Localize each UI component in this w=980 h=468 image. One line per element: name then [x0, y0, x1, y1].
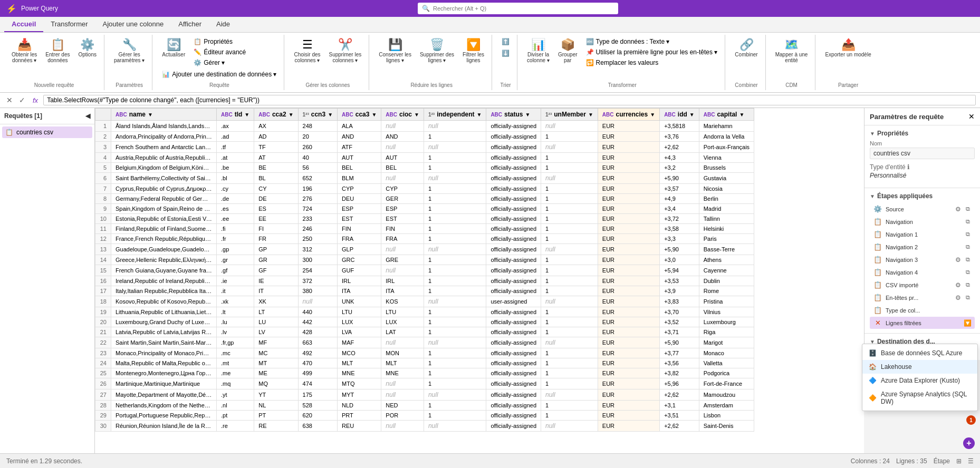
table-row[interactable]: 17Italy,Italian Republic,Repubblica Ital… — [95, 286, 754, 296]
context-menu-synapse[interactable]: 🔶 Azure Synapse Analytics (SQL DW) — [862, 387, 977, 408]
btn-remplacer-valeurs[interactable]: 🔁 Remplacer les valeurs — [583, 58, 721, 67]
btn-gerer[interactable]: ⚙️ Gérer ▾ — [190, 58, 249, 67]
table-row[interactable]: 1Åland Islands,Åland Islands,Landskapet … — [95, 121, 754, 132]
queries-collapse-btn[interactable]: ◀ — [85, 112, 90, 120]
table-row[interactable]: 27Mayotte,Department of Mayotte,Départem… — [95, 389, 754, 401]
filter-icon-cioc[interactable]: ▼ — [414, 112, 419, 118]
tab-aide[interactable]: Aide — [209, 17, 237, 32]
col-header-cca3[interactable]: ABC cca3 ▼ — [338, 109, 381, 121]
btn-obtenir-donnees[interactable]: 📥 Obtenir lesdonnées ▾ — [8, 37, 40, 65]
btn-filtrer-lignes[interactable]: 🔽 Filtrer leslignes — [459, 37, 487, 65]
step-csv-expand[interactable]: ⧉ — [964, 281, 972, 289]
btn-supprimer-colonnes[interactable]: ✂️ Supprimer lescolonnes ▾ — [326, 37, 365, 65]
col-header-unmember[interactable]: 1²³ unMember ▼ — [541, 109, 598, 121]
right-panel-close-icon[interactable]: ✕ — [968, 112, 975, 121]
btn-mapper-entite[interactable]: 🗺️ Mapper à uneentité — [772, 37, 811, 65]
btn-premiere-ligne-entetes[interactable]: 📌 Utiliser la première ligne pour les en… — [583, 47, 721, 57]
table-row[interactable]: 30Réunion,Réunion Island,Île de la Réuni… — [95, 421, 754, 432]
prop-name-input[interactable] — [870, 148, 975, 159]
step-navigation-expand[interactable]: ⧉ — [964, 218, 972, 226]
filter-icon-currencies[interactable]: ▼ — [650, 112, 655, 118]
table-row[interactable]: 6Saint Barthélemy,Collectivity of Saint … — [95, 173, 754, 184]
context-menu-kusto[interactable]: 🔷 Azure Data Explorer (Kusto) — [862, 374, 977, 387]
table-row[interactable]: 9Spain,Kingdom of Spain,Reino de España,… — [95, 204, 754, 214]
context-menu-lakehouse[interactable]: 🏠 Lakehouse — [862, 360, 977, 374]
search-input[interactable] — [433, 5, 614, 12]
step-entetes-settings[interactable]: ⚙ — [955, 294, 961, 301]
btn-grouper-par[interactable]: 📦 Grouperpar — [555, 37, 581, 65]
table-row[interactable]: 22Saint Martin,Saint Martin,Saint-Martin… — [95, 337, 754, 348]
table-row[interactable]: 21Latvia,Republic of Latvia,Latvijas Rep… — [95, 327, 754, 337]
col-header-currencies[interactable]: ABC currencies ▼ — [598, 109, 659, 121]
step-navigation[interactable]: 📋 Navigation ⧉ — [870, 216, 975, 228]
step-navigation-3[interactable]: 📋 Navigation 3 ⚙ ⧉ — [870, 253, 975, 266]
step-lignes-delete[interactable]: 🔽 — [964, 319, 972, 327]
applied-steps-header[interactable]: ▼ Étapes appliquées — [870, 192, 975, 200]
table-row[interactable]: 13Guadeloupe,Guadeloupe,Guadeloupe,Guade… — [95, 244, 754, 255]
formula-input[interactable] — [43, 95, 976, 105]
step-lignes-filtrees[interactable]: ✕ Lignes filtrées 🔽 — [870, 317, 975, 329]
btn-exporter-modele[interactable]: 📤 Exporter un modèle — [822, 37, 874, 60]
filter-icon-ccn3[interactable]: ▼ — [328, 112, 333, 118]
btn-gerer-parametres[interactable]: 🔧 Gérer lesparamètres ▾ — [111, 37, 148, 65]
table-row[interactable]: 2Andorra,Principality of Andorra,Princip… — [95, 132, 754, 142]
tab-transformer[interactable]: Transformer — [43, 17, 95, 32]
table-row[interactable]: 18Kosovo,Republic of Kosovo,Republika e … — [95, 296, 754, 307]
step-navigation-2[interactable]: 📋 Navigation 2 ⧉ — [870, 241, 975, 253]
properties-header[interactable]: ▼ Propriétés — [870, 130, 975, 137]
btn-ajouter-destination[interactable]: 📊 Ajouter une destination de données ▾ — [159, 70, 280, 79]
table-row[interactable]: 12France,French Republic,République fran… — [95, 234, 754, 244]
table-row[interactable]: 5Belgium,Kingdom of Belgium,Königreich B… — [95, 163, 754, 173]
col-header-name[interactable]: ABC name ▼ — [111, 109, 217, 121]
btn-trier-croissant[interactable]: ⬆️ — [498, 37, 513, 46]
filter-icon-independent[interactable]: ▼ — [476, 112, 482, 118]
step-navigation-1[interactable]: 📋 Navigation 1 ⧉ — [870, 228, 975, 240]
step-csv-settings[interactable]: ⚙ — [955, 281, 961, 289]
col-header-cca2[interactable]: ABC cca2 ▼ — [254, 109, 298, 121]
filter-icon-idd[interactable]: ▼ — [689, 112, 695, 118]
btn-editeur-avance[interactable]: ✏️ Éditeur avancé — [190, 47, 249, 57]
col-header-independent[interactable]: 1²³ independent ▼ — [424, 109, 486, 121]
btn-proprietes[interactable]: 📋 Propriétés — [190, 37, 249, 46]
table-row[interactable]: 19Lithuania,Republic of Lithuania,Lietuv… — [95, 307, 754, 317]
btn-actualiser[interactable]: 🔄 Actualiser — [159, 37, 188, 60]
table-row[interactable]: 11Finland,Republic of Finland,Suomen tas… — [95, 224, 754, 234]
table-row[interactable]: 10Estonia,Republic of Estonia,Eesti Vaba… — [95, 214, 754, 224]
context-menu-sql-azure[interactable]: 🗄️ Base de données SQL Azure — [862, 346, 977, 360]
step-source-expand[interactable]: ⧉ — [964, 205, 972, 213]
filter-icon-capital[interactable]: ▼ — [739, 112, 744, 118]
table-row[interactable]: 25Montenegro,Montenegro,Црна Гора,Crna G… — [95, 368, 754, 378]
add-step-button[interactable]: + — [963, 437, 975, 449]
formula-close-btn[interactable]: ✕ — [4, 95, 15, 105]
table-row[interactable]: 7Cyprus,Republic of Cyprus,Δημοκρατία τη… — [95, 184, 754, 194]
formula-confirm-btn[interactable]: ✓ — [17, 95, 27, 105]
btn-options[interactable]: ⚙️ Options — [75, 37, 100, 60]
table-row[interactable]: 14Greece,Hellenic Republic,Ελληνική Δημο… — [95, 255, 754, 265]
btn-choisir-colonnes[interactable]: ☰ Choisir descolonnes ▾ — [291, 37, 323, 65]
table-row[interactable]: 15French Guiana,Guyane,Guyane française.… — [95, 265, 754, 276]
filter-icon-cca3[interactable]: ▼ — [371, 112, 377, 118]
table-row[interactable]: 26Martinique,Martinique,Martinique.mqMQ4… — [95, 378, 754, 389]
step-nav1-expand[interactable]: ⧉ — [964, 230, 972, 238]
col-header-idd[interactable]: ABC idd ▼ — [660, 109, 699, 121]
search-bar[interactable]: 🔍 — [418, 3, 618, 14]
status-view-column[interactable]: ☰ — [968, 457, 974, 465]
status-view-normal[interactable]: ⊞ — [956, 457, 962, 465]
step-navigation-4[interactable]: 📋 Navigation 4 ⧉ — [870, 266, 975, 278]
btn-combiner[interactable]: 🔗 Combiner — [732, 37, 761, 60]
col-header-tld[interactable]: ABC tld ▼ — [217, 109, 254, 121]
filter-icon-unmember[interactable]: ▼ — [588, 112, 593, 118]
col-header-capital[interactable]: ABC capital ▼ — [699, 109, 754, 121]
step-nav2-expand[interactable]: ⧉ — [964, 243, 972, 251]
step-source-settings[interactable]: ⚙ — [955, 206, 961, 213]
table-row[interactable]: 29Portugal,Portuguese Republic,Republica… — [95, 411, 754, 421]
step-source[interactable]: ⚙️ Source ⚙ ⧉ — [870, 203, 975, 215]
btn-conserver-lignes[interactable]: 💾 Conserver leslignes ▾ — [376, 37, 415, 65]
table-row[interactable]: 20Luxembourg,Grand Duchy of Luxembourg,G… — [95, 317, 754, 327]
table-row[interactable]: 4Austria,Republic of Austria,Republik Ös… — [95, 153, 754, 163]
col-header-cioc[interactable]: ABC cioc ▼ — [381, 109, 424, 121]
btn-diviser-colonne[interactable]: 📊 Diviser lacolonne ▾ — [524, 37, 553, 65]
step-entetes[interactable]: 📋 En-têtes pr... ⚙ ⧉ — [870, 291, 975, 304]
col-header-status[interactable]: ABC status ▼ — [486, 109, 541, 121]
filter-icon-status[interactable]: ▼ — [525, 112, 530, 118]
